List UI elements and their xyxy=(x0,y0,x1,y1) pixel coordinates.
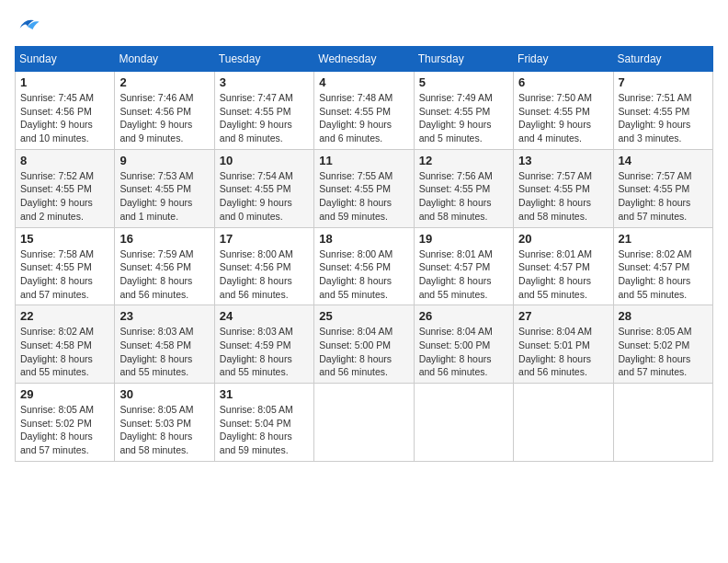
day-detail: Sunrise: 8:04 AM Sunset: 5:00 PM Dayligh… xyxy=(319,325,408,379)
day-detail: Sunrise: 8:02 AM Sunset: 4:58 PM Dayligh… xyxy=(20,325,109,379)
calendar-cell: 23 Sunrise: 8:03 AM Sunset: 4:58 PM Dayl… xyxy=(115,305,214,384)
day-number: 20 xyxy=(518,232,608,246)
day-detail: Sunrise: 8:05 AM Sunset: 5:02 PM Dayligh… xyxy=(619,325,708,379)
calendar-cell: 30 Sunrise: 8:05 AM Sunset: 5:03 PM Dayl… xyxy=(115,384,214,462)
calendar-cell: 20 Sunrise: 8:01 AM Sunset: 4:57 PM Dayl… xyxy=(514,227,613,305)
calendar-cell: 5 Sunrise: 7:49 AM Sunset: 4:55 PM Dayli… xyxy=(414,72,513,150)
calendar-header-wednesday: Wednesday xyxy=(314,47,414,72)
day-number: 17 xyxy=(220,232,309,246)
calendar-cell: 17 Sunrise: 8:00 AM Sunset: 4:56 PM Dayl… xyxy=(214,227,313,305)
day-number: 6 xyxy=(518,75,608,89)
day-number: 13 xyxy=(518,154,608,167)
calendar-header-thursday: Thursday xyxy=(414,47,513,72)
day-number: 21 xyxy=(619,232,708,246)
day-detail: Sunrise: 7:57 AM Sunset: 4:55 PM Dayligh… xyxy=(518,169,608,224)
calendar-cell: 8 Sunrise: 7:52 AM Sunset: 4:55 PM Dayli… xyxy=(16,149,115,227)
calendar-header-saturday: Saturday xyxy=(613,47,712,72)
day-detail: Sunrise: 8:01 AM Sunset: 4:57 PM Dayligh… xyxy=(518,247,608,302)
day-number: 11 xyxy=(319,154,408,167)
day-detail: Sunrise: 7:52 AM Sunset: 4:55 PM Dayligh… xyxy=(20,169,109,224)
day-number: 9 xyxy=(119,154,209,167)
day-detail: Sunrise: 8:05 AM Sunset: 5:04 PM Dayligh… xyxy=(220,403,309,457)
day-number: 7 xyxy=(619,75,708,89)
calendar-cell: 31 Sunrise: 8:05 AM Sunset: 5:04 PM Dayl… xyxy=(214,384,313,462)
calendar-cell: 25 Sunrise: 8:04 AM Sunset: 5:00 PM Dayl… xyxy=(314,305,414,384)
logo xyxy=(15,15,44,39)
day-detail: Sunrise: 8:03 AM Sunset: 4:59 PM Dayligh… xyxy=(220,325,309,379)
calendar-cell: 29 Sunrise: 8:05 AM Sunset: 5:02 PM Dayl… xyxy=(16,384,115,462)
day-number: 2 xyxy=(119,75,209,89)
calendar-cell: 12 Sunrise: 7:56 AM Sunset: 4:55 PM Dayl… xyxy=(414,149,513,227)
calendar-cell: 21 Sunrise: 8:02 AM Sunset: 4:57 PM Dayl… xyxy=(613,227,712,305)
day-number: 29 xyxy=(20,387,109,401)
calendar-cell: 22 Sunrise: 8:02 AM Sunset: 4:58 PM Dayl… xyxy=(16,305,115,384)
day-number: 19 xyxy=(419,232,508,246)
day-detail: Sunrise: 8:02 AM Sunset: 4:57 PM Dayligh… xyxy=(619,247,708,302)
calendar-cell: 19 Sunrise: 8:01 AM Sunset: 4:57 PM Dayl… xyxy=(414,227,513,305)
day-number: 22 xyxy=(20,309,109,323)
header xyxy=(15,15,713,39)
day-number: 14 xyxy=(619,154,708,167)
calendar-cell: 14 Sunrise: 7:57 AM Sunset: 4:55 PM Dayl… xyxy=(613,149,712,227)
day-detail: Sunrise: 8:04 AM Sunset: 5:01 PM Dayligh… xyxy=(518,325,608,379)
day-detail: Sunrise: 7:59 AM Sunset: 4:56 PM Dayligh… xyxy=(119,247,209,302)
day-detail: Sunrise: 7:57 AM Sunset: 4:55 PM Dayligh… xyxy=(619,169,708,224)
calendar-header-monday: Monday xyxy=(115,47,214,72)
calendar-header-sunday: Sunday xyxy=(16,47,115,72)
calendar-week-row: 22 Sunrise: 8:02 AM Sunset: 4:58 PM Dayl… xyxy=(16,305,713,384)
day-detail: Sunrise: 7:56 AM Sunset: 4:55 PM Dayligh… xyxy=(419,169,508,224)
calendar-cell xyxy=(514,384,613,462)
day-detail: Sunrise: 7:53 AM Sunset: 4:55 PM Dayligh… xyxy=(119,169,209,224)
day-detail: Sunrise: 7:48 AM Sunset: 4:55 PM Dayligh… xyxy=(319,91,408,145)
day-number: 26 xyxy=(419,309,508,323)
calendar-cell: 10 Sunrise: 7:54 AM Sunset: 4:55 PM Dayl… xyxy=(214,149,313,227)
calendar-week-row: 15 Sunrise: 7:58 AM Sunset: 4:55 PM Dayl… xyxy=(16,227,713,305)
day-number: 16 xyxy=(119,232,209,246)
calendar-week-row: 1 Sunrise: 7:45 AM Sunset: 4:56 PM Dayli… xyxy=(16,72,713,150)
day-detail: Sunrise: 7:47 AM Sunset: 4:55 PM Dayligh… xyxy=(220,91,309,145)
calendar-cell: 28 Sunrise: 8:05 AM Sunset: 5:02 PM Dayl… xyxy=(613,305,712,384)
calendar-cell: 26 Sunrise: 8:04 AM Sunset: 5:00 PM Dayl… xyxy=(414,305,513,384)
calendar-week-row: 8 Sunrise: 7:52 AM Sunset: 4:55 PM Dayli… xyxy=(16,149,713,227)
day-number: 28 xyxy=(619,309,708,323)
calendar-cell: 2 Sunrise: 7:46 AM Sunset: 4:56 PM Dayli… xyxy=(115,72,214,150)
day-number: 1 xyxy=(20,75,109,89)
day-detail: Sunrise: 8:05 AM Sunset: 5:03 PM Dayligh… xyxy=(119,403,209,457)
day-number: 12 xyxy=(419,154,508,167)
calendar-cell: 16 Sunrise: 7:59 AM Sunset: 4:56 PM Dayl… xyxy=(115,227,214,305)
day-number: 30 xyxy=(119,387,209,401)
day-detail: Sunrise: 7:58 AM Sunset: 4:55 PM Dayligh… xyxy=(20,247,109,302)
calendar-cell: 1 Sunrise: 7:45 AM Sunset: 4:56 PM Dayli… xyxy=(16,72,115,150)
calendar-cell: 6 Sunrise: 7:50 AM Sunset: 4:55 PM Dayli… xyxy=(514,72,613,150)
day-detail: Sunrise: 7:45 AM Sunset: 4:56 PM Dayligh… xyxy=(20,91,109,145)
day-detail: Sunrise: 8:01 AM Sunset: 4:57 PM Dayligh… xyxy=(419,247,508,302)
day-number: 15 xyxy=(20,232,109,246)
calendar-cell: 7 Sunrise: 7:51 AM Sunset: 4:55 PM Dayli… xyxy=(613,72,712,150)
day-detail: Sunrise: 8:04 AM Sunset: 5:00 PM Dayligh… xyxy=(419,325,508,379)
day-detail: Sunrise: 7:46 AM Sunset: 4:56 PM Dayligh… xyxy=(119,91,209,145)
calendar-cell xyxy=(414,384,513,462)
day-number: 4 xyxy=(319,75,408,89)
day-number: 8 xyxy=(20,154,109,167)
day-number: 3 xyxy=(220,75,309,89)
calendar-header-friday: Friday xyxy=(514,47,613,72)
day-number: 23 xyxy=(119,309,209,323)
day-number: 18 xyxy=(319,232,408,246)
calendar-week-row: 29 Sunrise: 8:05 AM Sunset: 5:02 PM Dayl… xyxy=(16,384,713,462)
day-detail: Sunrise: 7:55 AM Sunset: 4:55 PM Dayligh… xyxy=(319,169,408,224)
calendar-cell: 11 Sunrise: 7:55 AM Sunset: 4:55 PM Dayl… xyxy=(314,149,414,227)
calendar-cell: 4 Sunrise: 7:48 AM Sunset: 4:55 PM Dayli… xyxy=(314,72,414,150)
day-number: 25 xyxy=(319,309,408,323)
calendar: SundayMondayTuesdayWednesdayThursdayFrid… xyxy=(15,46,713,462)
day-detail: Sunrise: 7:49 AM Sunset: 4:55 PM Dayligh… xyxy=(419,91,508,145)
day-number: 24 xyxy=(220,309,309,323)
calendar-cell: 13 Sunrise: 7:57 AM Sunset: 4:55 PM Dayl… xyxy=(514,149,613,227)
calendar-header-tuesday: Tuesday xyxy=(214,47,313,72)
day-number: 5 xyxy=(419,75,508,89)
calendar-cell: 3 Sunrise: 7:47 AM Sunset: 4:55 PM Dayli… xyxy=(214,72,313,150)
calendar-header-row: SundayMondayTuesdayWednesdayThursdayFrid… xyxy=(16,47,713,72)
calendar-cell: 27 Sunrise: 8:04 AM Sunset: 5:01 PM Dayl… xyxy=(514,305,613,384)
day-detail: Sunrise: 8:05 AM Sunset: 5:02 PM Dayligh… xyxy=(20,403,109,457)
calendar-cell: 24 Sunrise: 8:03 AM Sunset: 4:59 PM Dayl… xyxy=(214,305,313,384)
day-detail: Sunrise: 7:50 AM Sunset: 4:55 PM Dayligh… xyxy=(518,91,608,145)
